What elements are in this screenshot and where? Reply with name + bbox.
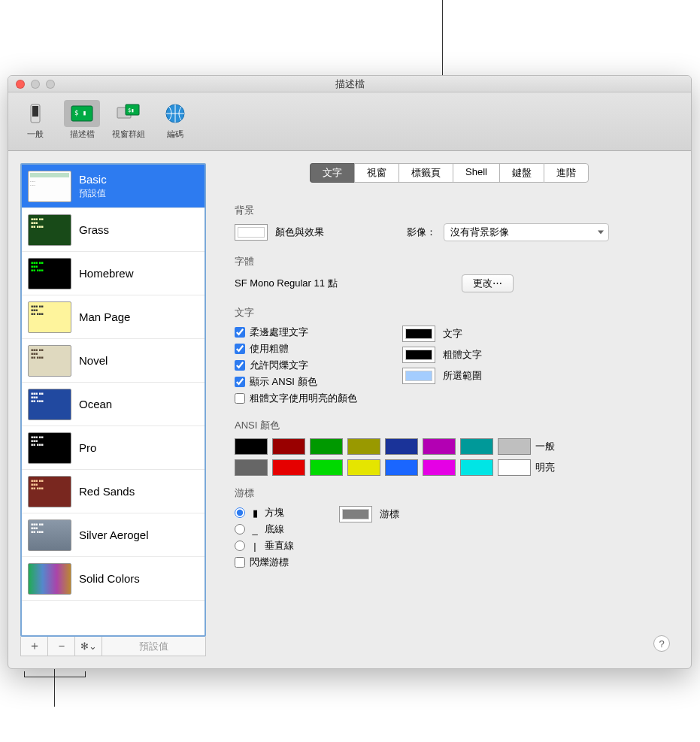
ansi-n0[interactable] (235, 438, 268, 455)
window-title: 描述檔 (8, 77, 691, 91)
profile-name: Pro (79, 441, 96, 454)
chk-blink[interactable]: 允許閃爍文字 (235, 359, 357, 372)
tab-tabs[interactable]: 標籤頁 (398, 163, 453, 183)
ansi-b2[interactable] (310, 459, 343, 476)
svg-text:$ ▮: $ ▮ (74, 109, 86, 117)
section-ansi: ANSI 顏色 (235, 419, 664, 432)
chk-bold[interactable]: 使用粗體 (235, 342, 357, 356)
toolbar-general[interactable]: 一般 (13, 98, 58, 141)
ansi-b4[interactable] (385, 459, 418, 476)
profile-thumb: ■■■ ■■■■■■■ ■■■ (28, 258, 71, 289)
help-button[interactable]: ? (653, 635, 670, 652)
profile-name: Ocean (79, 398, 112, 410)
chk-antialias[interactable]: 柔邊處理文字 (235, 326, 357, 339)
remove-profile-button[interactable]: － (48, 637, 75, 656)
svg-rect-1 (32, 106, 38, 117)
svg-text:$▮: $▮ (128, 108, 134, 114)
ansi-n5[interactable] (423, 438, 456, 455)
ansi-bright-label: 明亮 (535, 461, 555, 474)
tab-keyboard[interactable]: 鍵盤 (499, 163, 544, 183)
profile-pro[interactable]: ■■■ ■■■■■■■ ■■■ Pro (22, 426, 205, 470)
profile-name: Solid Colors (79, 572, 140, 585)
toolbar-encodings[interactable]: 編碼 (153, 98, 198, 141)
profile-basic[interactable]: .......... Basic 預設值 (22, 165, 205, 208)
ansi-normal-label: 一般 (535, 440, 555, 453)
ansi-n4[interactable] (385, 438, 418, 455)
tab-text[interactable]: 文字 (310, 163, 354, 183)
radio-block[interactable]: ▮方塊 (235, 506, 294, 519)
radio-underline[interactable]: _底線 (235, 522, 294, 536)
ansi-b3[interactable] (347, 459, 380, 476)
ansi-n6[interactable] (460, 438, 493, 455)
background-image-label: 影像： (407, 226, 436, 239)
preferences-window: 描述檔 一般 $ ▮ 描述檔 $▮ 視窗群組 編碼 .......... Bas… (8, 75, 692, 669)
selection-color-well[interactable] (402, 368, 435, 384)
toolbar-encodings-label: 編碼 (167, 129, 183, 140)
section-cursor: 游標 (235, 486, 664, 500)
profile-thumb: ■■■ ■■■■■■■ ■■■ (28, 432, 71, 464)
profile-sub: 預設值 (79, 187, 107, 200)
profile-actions-menu[interactable]: ✻⌄ (75, 637, 102, 656)
tabs: 文字 視窗 標籤頁 Shell 鍵盤 進階 (220, 163, 679, 183)
tab-shell[interactable]: Shell (453, 163, 499, 183)
section-font: 字體 (235, 255, 664, 268)
callout-line-top (442, 0, 443, 75)
radio-vertical[interactable]: |垂直線 (235, 539, 294, 553)
bold-color-well[interactable] (402, 347, 435, 363)
ansi-n3[interactable] (347, 438, 380, 455)
ansi-b6[interactable] (460, 459, 493, 476)
profile-list[interactable]: .......... Basic 預設值 ■■■ ■■■■■■■ ■■■ Gra… (20, 163, 206, 637)
section-text: 文字 (235, 306, 664, 320)
ansi-b0[interactable] (235, 459, 268, 476)
main-panel: 文字 視窗 標籤頁 Shell 鍵盤 進階 背景 顏色與效果 影像： 沒有背景影… (220, 163, 679, 656)
ansi-normal-row: 一般 (235, 438, 664, 455)
ansi-bright-row: 明亮 (235, 459, 664, 476)
tab-advanced[interactable]: 進階 (544, 163, 589, 183)
profile-redsands[interactable]: ■■■ ■■■■■■■ ■■■ Red Sands (22, 470, 205, 513)
profile-ocean[interactable]: ■■■ ■■■■■■■ ■■■ Ocean (22, 383, 205, 426)
background-image-select[interactable]: 沒有背景影像 (444, 223, 609, 241)
cursor-color-well[interactable] (339, 506, 372, 522)
font-value: SF Mono Regular 11 點 (235, 277, 338, 290)
profile-homebrew[interactable]: ■■■ ■■■■■■■ ■■■ Homebrew (22, 252, 205, 295)
ansi-n7[interactable] (498, 438, 531, 455)
ansi-b7[interactable] (498, 459, 531, 476)
profile-novel[interactable]: ■■■ ■■■■■■■ ■■■ Novel (22, 339, 205, 383)
chk-ansi[interactable]: 顯示 ANSI 顏色 (235, 375, 357, 389)
chk-bright-bold[interactable]: 粗體文字使用明亮的顏色 (235, 392, 357, 405)
ansi-b1[interactable] (272, 459, 305, 476)
font-change-button[interactable]: 更改⋯ (462, 274, 514, 292)
tab-window[interactable]: 視窗 (354, 163, 398, 183)
background-color-well[interactable] (235, 224, 268, 241)
profile-name: Silver Aerogel (79, 528, 149, 541)
background-color-label: 顏色與效果 (275, 226, 324, 239)
profile-thumb: ■■■ ■■■■■■■ ■■■ (28, 519, 71, 551)
toolbar-window-groups[interactable]: $▮ 視窗群組 (106, 98, 151, 141)
sidebar-footer: ＋ － ✻⌄ 預設值 (20, 637, 206, 656)
add-profile-button[interactable]: ＋ (21, 637, 48, 656)
ansi-n2[interactable] (310, 438, 343, 455)
callout-line-bottom (54, 665, 55, 707)
callout-line-footer (24, 677, 86, 677)
toolbar-profiles[interactable]: $ ▮ 描述檔 (59, 98, 105, 141)
profile-name: Red Sands (79, 485, 135, 498)
profile-thumb: ■■■ ■■■■■■■ ■■■ (28, 345, 71, 377)
ansi-b5[interactable] (423, 459, 456, 476)
chk-blink-cursor[interactable]: 閃爍游標 (235, 556, 294, 569)
profile-manpage[interactable]: ■■■ ■■■■■■■ ■■■ Man Page (22, 295, 205, 339)
profile-thumb (28, 563, 71, 595)
ansi-n1[interactable] (272, 438, 305, 455)
settings-panel: 背景 顏色與效果 影像： 沒有背景影像 字體 SF Mono Regular 1… (220, 192, 679, 656)
profile-grass[interactable]: ■■■ ■■■■■■■ ■■■ Grass (22, 208, 205, 252)
default-button[interactable]: 預設值 (102, 637, 205, 656)
profile-solid[interactable]: Solid Colors (22, 557, 205, 601)
profile-silver[interactable]: ■■■ ■■■■■■■ ■■■ Silver Aerogel (22, 513, 205, 557)
profile-name: Homebrew (79, 267, 134, 280)
toolbar: 一般 $ ▮ 描述檔 $▮ 視窗群組 編碼 (8, 92, 691, 151)
profile-name: Basic (79, 173, 107, 186)
text-color-well[interactable] (402, 326, 435, 342)
section-background: 背景 (235, 204, 664, 217)
titlebar: 描述檔 (8, 76, 691, 92)
profile-thumb: ■■■ ■■■■■■■ ■■■ (28, 214, 71, 246)
profile-name: Man Page (79, 310, 130, 323)
